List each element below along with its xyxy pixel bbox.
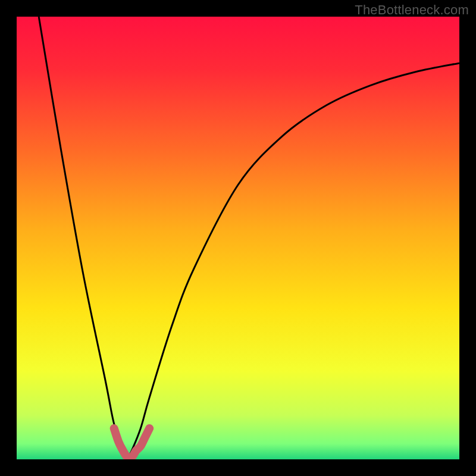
chart-frame: [17, 17, 459, 459]
bottleneck-chart: [17, 17, 459, 459]
watermark-text: TheBottleneck.com: [355, 2, 469, 18]
gradient-background: [17, 17, 459, 459]
